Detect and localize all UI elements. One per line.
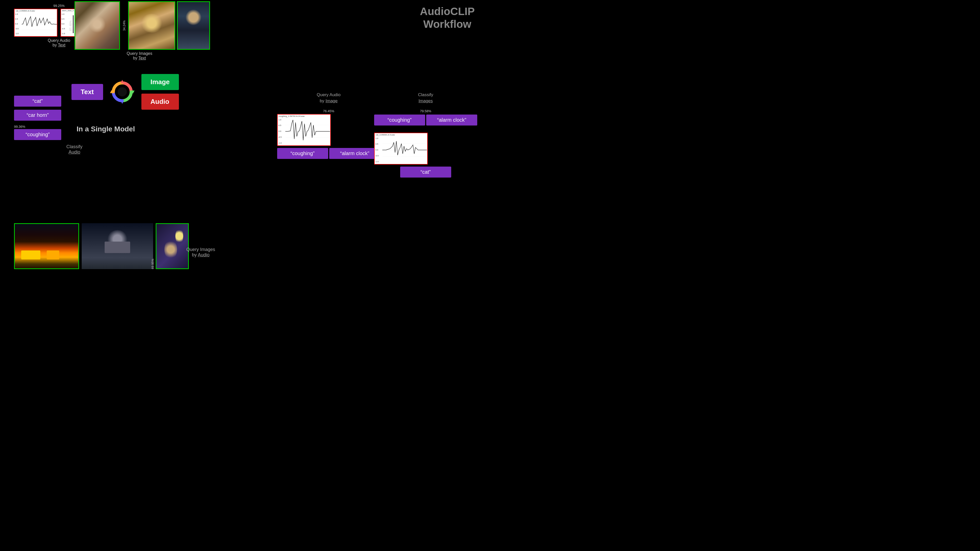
query-images-text-link[interactable]: Text [138,56,146,60]
text-box[interactable]: Text [72,84,103,100]
query-images-audio-label: Query Images by Audio [186,247,215,258]
center-diagram: Text Image Audio [72,74,179,110]
person-couch-image [177,1,210,50]
percent-69: 69.95% [151,223,155,269]
audio1-label: cat_3-95694-A-5.wav [16,10,35,12]
classify-audio-label: Classify Audio [66,144,83,155]
title-line1: AudioCLIP [420,5,475,18]
app-title: AudioCLIP Workflow [420,5,475,31]
percent-79: 79.58% [374,109,477,113]
title-line2: Workflow [420,18,475,30]
cat-image-1 [75,1,120,50]
query-images-audio-link[interactable]: Audio [198,252,210,257]
percent-99: 99.36% [14,125,61,129]
cycle-svg [108,78,136,106]
waveform-svg-coughing [285,119,330,144]
query-images-text-section: 65.46% 34.24% Query Images by Text [69,1,210,60]
svg-point-14 [118,87,127,97]
classify-images-label: Classify Images [374,92,477,104]
percent-34: 34.24% [123,21,126,31]
mask-person-image [82,223,153,269]
audio-box[interactable]: Audio [142,94,179,110]
image-audio-boxes: Image Audio [142,74,179,110]
waveform-svg-cat-right [382,137,427,163]
classify-audio-section: “cat” “car horn” 99.36% “coughing” [14,96,61,142]
query-audio-text-link[interactable]: Text [58,43,65,47]
tag-cat: “cat” [14,96,61,106]
waveform-cat: cat_3-95694-A-5.wav 1.00.50.0-0.5-1.0 [374,133,428,165]
coughing-audio-label: coughing_1-58792-A-24.wav [279,115,305,118]
cat-image-2 [128,1,175,50]
tag-coughing-right: “coughing” [277,148,328,159]
tag-alarm-clock: “alarm clock” [329,148,380,159]
waveform-coughing: coughing_1-58792-A-24.wav 1.00.50.0-0.5-… [277,114,331,146]
person-lamp-image [156,223,189,269]
query-audio-image-label: Query Audio by Image [277,92,380,104]
query-audio-image-link[interactable]: Image [326,98,338,103]
person-lamp-with-percent: 69.95% [156,223,189,269]
tag-coughing: “coughing” [14,129,61,140]
tag-coughing-classify: “coughing” [374,114,425,125]
cat-audio-label-right: cat_3-95694-A-5.wav [375,134,395,136]
percent-65: 65.46% [69,21,73,31]
tag-cat-right: “cat” [400,167,451,178]
cycle-icon [108,78,136,106]
classify-audio-link[interactable]: Audio [68,149,80,155]
subtitle: In a Single Model [76,125,135,133]
percent-76: 76.45% [277,109,380,113]
bottom-images-section: 69.95% [14,223,189,269]
waveform-svg-1 [22,13,57,36]
city-night-image [14,223,79,269]
waveform-1: cat_3-95694-A-5.wav 1.00.50.0-0.5-1.0 [14,9,57,37]
query-images-text-label: Query Images by Text [69,51,210,60]
image-box[interactable]: Image [142,74,179,90]
classify-images-section: Classify Images 79.58% “coughing” “alarm… [374,92,477,179]
tag-car-horn: “car horn” [14,110,61,121]
query-audio-image-section: Query Audio by Image 76.45% coughing_1-5… [277,92,380,161]
tag-alarm-clock-classify: “alarm clock” [426,114,477,125]
classify-images-link[interactable]: Images [418,98,433,103]
